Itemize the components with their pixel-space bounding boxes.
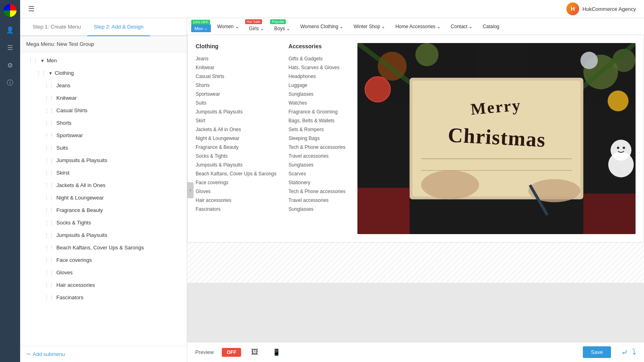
nav-item-home-accessories[interactable]: Home Accessories ⌄	[391, 22, 444, 31]
nav-item-men[interactable]: Men ⌄	[191, 25, 211, 32]
nav-label-contact: Contact	[451, 24, 467, 29]
list-item[interactable]: ⋮⋮ Fascinators	[20, 291, 187, 304]
mega-link[interactable]: Socks & Tights	[196, 152, 277, 160]
sidebar-icon-people[interactable]: 👤	[5, 25, 15, 35]
mega-link[interactable]: Casual Shirts	[196, 72, 277, 81]
tab-step1[interactable]: Step 1: Create Menu	[26, 18, 87, 36]
mega-link[interactable]: Jackets & All in Ones	[196, 125, 277, 134]
drag-handle: ⋮⋮	[44, 145, 54, 151]
nav-item-contact[interactable]: Contact ⌄	[447, 22, 477, 31]
mega-link[interactable]: Sunglasses	[289, 90, 345, 99]
svg-point-18	[528, 179, 581, 202]
list-item[interactable]: ⋮⋮ Suits	[20, 142, 187, 154]
sidebar-icon-layers[interactable]: ☰	[5, 43, 15, 52]
mega-link[interactable]: Travel accessories	[289, 152, 345, 160]
nav-item-winter-shop[interactable]: Winter Shop ⌄	[349, 22, 389, 31]
mega-link[interactable]: Gifts & Gadgets	[289, 54, 345, 63]
mega-link[interactable]: Jumpsuits & Playsuits	[196, 160, 277, 169]
mega-link[interactable]: Night & Loungewear	[196, 134, 277, 143]
mega-link[interactable]: Tech & Phone accessories	[289, 187, 345, 196]
nav-label-girls: Girls	[249, 26, 259, 31]
nav-item-women[interactable]: Women ⌄	[213, 22, 243, 31]
mega-link[interactable]: Hats, Scarves & Gloves	[289, 63, 345, 72]
tabs: Step 1: Create Menu Step 2: Add & Design	[20, 18, 187, 36]
add-submenu-button[interactable]: ⤳ Add submenu	[26, 351, 65, 357]
mega-link[interactable]: Hair accessories	[196, 196, 277, 205]
list-item[interactable]: ⋮⋮ Night & Loungewear	[20, 191, 187, 204]
drag-handle: ⋮⋮	[44, 257, 54, 263]
nav-label-women: Women	[217, 24, 233, 29]
mega-link[interactable]: Knitwear	[196, 63, 277, 72]
list-item[interactable]: ⋮⋮ Jackets & All in Ones	[20, 179, 187, 191]
list-item[interactable]: ⋮⋮ Gloves	[20, 266, 187, 279]
mega-link[interactable]: Watches	[289, 99, 345, 107]
list-item[interactable]: ⋮⋮ Beach Kaftans, Cover Ups & Sarongs	[20, 241, 187, 254]
nav-label-boys: Boys	[274, 26, 285, 31]
preview-label: Preview	[195, 349, 214, 355]
mega-link[interactable]: Fascinators	[196, 205, 277, 214]
drag-handle: ⋮⋮	[44, 108, 54, 113]
list-item[interactable]: ⋮⋮ Sportswear	[20, 129, 187, 142]
mega-link[interactable]: Sunglasses	[289, 160, 345, 169]
tree-label: Gloves	[56, 269, 72, 276]
mega-link[interactable]: Sportswear	[196, 90, 277, 99]
mega-link[interactable]: Fragrance & Grooming	[289, 107, 345, 116]
tree-label: Jeans	[56, 82, 70, 88]
list-item[interactable]: ⋮⋮ Shorts	[20, 117, 187, 129]
mega-link[interactable]: Beach Kaftans, Cover Ups & Sarongs	[196, 169, 277, 178]
mega-link[interactable]: Face coverings	[196, 178, 277, 187]
mega-link[interactable]: Gloves	[196, 187, 277, 196]
striped-bg	[187, 243, 644, 283]
mega-link[interactable]: Luggage	[289, 81, 345, 90]
mega-link[interactable]: Sunglasses	[289, 205, 345, 214]
sidebar-icon-settings[interactable]: ⚙	[5, 60, 15, 70]
list-item[interactable]: ⋮⋮ Fragrance & Beauty	[20, 204, 187, 216]
list-item[interactable]: ⋮⋮ Face coverings	[20, 254, 187, 266]
nav-label-home-accessories: Home Accessories	[395, 24, 435, 29]
list-item[interactable]: ⋮⋮ Knitwear	[20, 92, 187, 104]
tree-label: Night & Loungewear	[56, 195, 104, 201]
mega-link[interactable]: Headphones	[289, 72, 345, 81]
nav-item-girls[interactable]: Girls ⌄	[245, 24, 268, 33]
list-item[interactable]: ⋮⋮ Casual Shirts	[20, 104, 187, 117]
mega-link[interactable]: Sleeping Bags	[289, 134, 345, 143]
mega-link[interactable]: Shorts	[196, 81, 277, 90]
hamburger-icon[interactable]: ☰	[28, 4, 35, 13]
mega-link[interactable]: Scarves	[289, 169, 345, 178]
mega-link[interactable]: Suits	[196, 99, 277, 107]
collapse-arrow[interactable]: ‹	[187, 182, 194, 198]
mega-link[interactable]: Jeans	[196, 54, 277, 63]
list-item[interactable]: ⋮⋮ Jumpsuits & Playsuits	[20, 229, 187, 241]
nav-item-womens-clothing[interactable]: Womens Clothing ⌄	[296, 22, 348, 31]
list-item[interactable]: ⋮⋮ Skirst	[20, 167, 187, 179]
tree-item-clothing[interactable]: ⋮⋮ ▼ Clothing	[20, 67, 187, 79]
mobile-preview-button[interactable]: 📱	[268, 346, 285, 358]
desktop-preview-button[interactable]: 🖼	[247, 346, 262, 358]
toggle-preview-button[interactable]: OFF	[222, 348, 241, 357]
tree-label: Fascinators	[56, 294, 83, 300]
tree-label: Casual Shirts	[56, 107, 87, 113]
tab-step2[interactable]: Step 2: Add & Design	[87, 18, 150, 36]
mega-link[interactable]: Travel accessories	[289, 196, 345, 205]
app-logo	[4, 4, 17, 17]
mega-link[interactable]: Bags, Belts & Wallets	[289, 116, 345, 125]
mega-link[interactable]: Jumpsuits & Playsuits	[196, 107, 277, 116]
list-item[interactable]: ⋮⋮ Socks & Tights	[20, 216, 187, 229]
export-icon[interactable]: ⤵	[632, 348, 636, 357]
mega-link[interactable]: Skirt	[196, 116, 277, 125]
tree-item-men[interactable]: ⋮⋮ ▼ Men	[20, 54, 187, 67]
content-area: Step 1: Create Menu Step 2: Add & Design…	[20, 18, 644, 362]
list-item[interactable]: ⋮⋮ Jumpsuits & Playsuits	[20, 154, 187, 167]
nav-item-boys[interactable]: Boys ⌄	[270, 24, 294, 33]
mega-link[interactable]: Stationery	[289, 178, 345, 187]
save-button[interactable]: Save	[583, 346, 611, 358]
mega-link[interactable]: Fragrance & Beauty	[196, 143, 277, 152]
sidebar-icon-info[interactable]: ⓘ	[5, 78, 15, 88]
import-icon[interactable]: ⤶	[621, 348, 628, 357]
mega-link[interactable]: Sets & Rompers	[289, 125, 345, 134]
list-item[interactable]: ⋮⋮ Hair accessories	[20, 279, 187, 291]
list-item[interactable]: ⋮⋮ Jeans	[20, 79, 187, 92]
nav-item-catalog[interactable]: Catalog	[479, 22, 503, 31]
mega-link[interactable]: Tech & Phone accessories	[289, 143, 345, 152]
chevron-down-icon-women: ⌄	[235, 24, 239, 29]
